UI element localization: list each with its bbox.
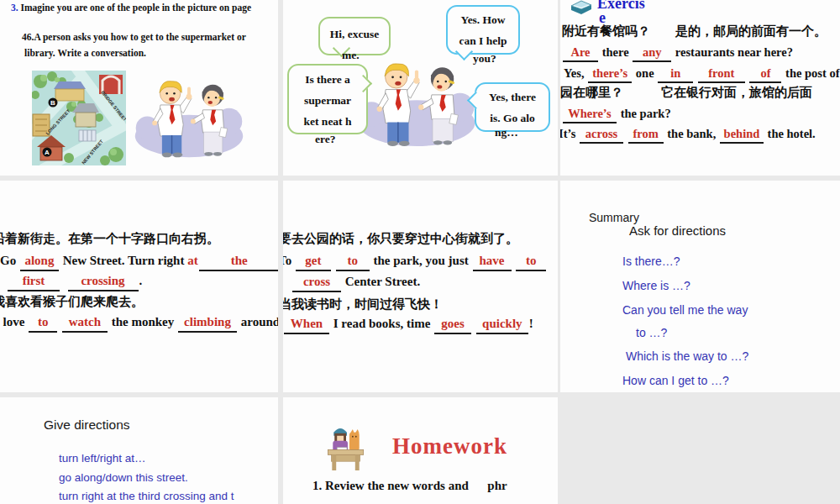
give-directions-item: turn left/right at… — [59, 452, 146, 466]
text-segment: get — [296, 253, 331, 271]
text-segment: . — [139, 274, 143, 287]
bubble-overflow-text: ng… — [495, 126, 518, 139]
text-segment: one — [633, 66, 657, 80]
give-directions-heading: Give directions — [44, 417, 130, 433]
text-segment — [332, 254, 335, 267]
text-segment: Imagine you are one of the people in the… — [21, 3, 252, 13]
summary-item: Which is the way to …? — [626, 349, 748, 365]
text-segment: across — [580, 126, 623, 144]
text-segment: from — [628, 126, 664, 144]
fill-mid-line-5: When I read books, time goes quickly! — [283, 316, 533, 334]
task-line-3: library. Write a conversation. — [24, 47, 146, 59]
slide-thumbnail-fill-left[interactable]: 沿着新街走。在第一个十字路口向右拐。 Go along New Street. … — [0, 181, 278, 392]
slide-thumbnail-dialog[interactable]: Hi, excuse me. Is there a supermar ket n… — [283, 0, 558, 176]
text-segment: climbing — [178, 314, 237, 333]
text-segment: To — [283, 254, 295, 267]
summary-subheading: Ask for directions — [629, 223, 726, 239]
text-segment: the monkey — [108, 315, 177, 328]
text-segment: It’s — [560, 127, 579, 140]
slide-thumbnail-exercise[interactable]: Exercis e 附近有餐馆吗？ 是的，邮局的前面有一个。 Are there… — [560, 0, 840, 176]
text-segment: the post of — [782, 66, 839, 80]
slide-thumbnail-give-directions[interactable]: Give directions turn left/right at… go a… — [0, 397, 278, 504]
task-line-1: 3. Imagine you are one of the people in … — [11, 2, 251, 13]
give-directions-item: go along/down this street. — [59, 471, 188, 486]
task-line-2: 46.A person asks you how to get to the s… — [22, 31, 246, 43]
book-icon — [570, 0, 593, 18]
talking-kids-image — [128, 72, 250, 166]
studying-girl-image — [327, 425, 365, 471]
text-segment: the hotel. — [764, 127, 816, 140]
map-marker-b: B — [50, 99, 55, 107]
fill-mid-line-3: cross Center Street. — [291, 274, 420, 292]
map-marker-a: A — [45, 149, 50, 156]
text-segment: behind — [720, 126, 764, 144]
text-segment: at — [187, 254, 198, 267]
text-segment: 3. — [11, 3, 21, 13]
text-segment: Yes, — [564, 66, 587, 80]
text-segment: When — [284, 316, 329, 334]
text-segment — [624, 127, 627, 140]
text-segment: the — [199, 253, 278, 271]
exercise-fill-line-3: Where’s the park? — [562, 106, 671, 123]
fill-left-zh-2: 我喜欢看猴子们爬来爬去。 — [0, 294, 144, 310]
bubble-line: Yes, there — [476, 87, 549, 108]
exercise-zh-line-1: 附近有餐馆吗？ 是的，邮局的前面有一个。 — [562, 24, 827, 39]
fill-left-zh-1: 沿着新街走。在第一个十字路口向右拐。 — [0, 231, 219, 247]
summary-item: Can you tell me the way — [622, 303, 748, 318]
text-segment: I read books, time — [330, 317, 433, 330]
talking-kids-image — [350, 42, 483, 168]
text-segment: the bank, — [664, 127, 719, 140]
text-segment: there’s — [588, 66, 632, 83]
text-segment: the park, you just — [370, 254, 472, 267]
text-segment: Center Street. — [342, 275, 420, 288]
text-segment: around — [238, 315, 278, 328]
homework-title: Homework — [392, 433, 507, 459]
bubble-overflow-text: you? — [473, 52, 496, 66]
slide-thumbnail-homework[interactable]: Homework 1. Review the new words and phr… — [283, 397, 558, 504]
text-segment — [472, 317, 475, 330]
text-segment: quickly — [476, 316, 528, 334]
text-segment: I love — [0, 315, 28, 328]
fill-mid-zh-2: 当我读书时，时间过得飞快！ — [283, 297, 443, 312]
slide-thumbnail-fill-mid[interactable]: 要去公园的话，你只要穿过中心街就到了。 To get to the park, … — [283, 181, 558, 392]
text-segment: crossing — [68, 273, 139, 291]
speech-bubble-3: Yes. How can I help — [446, 5, 520, 55]
text-segment — [746, 66, 749, 80]
bubble-line: supermar — [289, 90, 366, 111]
text-segment: have — [473, 253, 512, 271]
exercise-fill-line-1: Are there any restaurants near here? — [562, 45, 793, 62]
speech-bubble-4: Yes, there is. Go alo — [475, 82, 550, 132]
fill-left-line-3: first crossing. — [7, 273, 142, 291]
exercise-fill-line-4: It’s across from the bank, behind the ho… — [560, 126, 816, 144]
slide-thumbnail-summary[interactable]: Summary Ask for directions Is there…? Wh… — [560, 181, 840, 392]
bubble-line: Yes. How — [448, 9, 518, 30]
text-segment — [58, 315, 61, 328]
bubble-line: Hi, excuse — [320, 24, 389, 45]
bubble-line: Is there a — [289, 69, 366, 90]
bubble-line: ket neat h — [289, 111, 366, 132]
text-segment: any — [633, 45, 671, 62]
text-segment: along — [20, 253, 59, 271]
text-segment: Where’s — [563, 106, 617, 123]
text-segment: Are — [563, 45, 598, 62]
street-map-image: LONG STREET BRIDGE STREET NEW STREET B A — [32, 71, 126, 165]
summary-item: Is there…? — [622, 255, 680, 270]
fill-mid-zh-1: 要去公园的话，你只要穿过中心街就到了。 — [283, 231, 518, 247]
text-segment: ! — [529, 317, 533, 330]
fill-mid-line-2: To get to the park, you just have to — [283, 253, 547, 271]
give-directions-item: turn right at the third crossing and t — [59, 490, 234, 504]
slide-thumbnail-task[interactable]: 3. Imagine you are one of the people in … — [0, 0, 278, 176]
summary-item: to …? — [636, 326, 667, 341]
text-segment — [60, 274, 67, 287]
summary-item: How can I get to …? — [622, 374, 729, 389]
text-segment: watch — [62, 314, 108, 333]
text-segment: front — [698, 66, 745, 83]
exercise-zh-line-2: 园在哪里？ 它在银行对面，旅馆的后面 — [560, 85, 812, 101]
slide-grid-viewer: { "colors": { "background_gutter": "#e9e… — [0, 0, 840, 504]
text-segment — [694, 66, 697, 80]
bubble-overflow-text: ere? — [315, 133, 335, 146]
text-segment: New Street. Turn right — [60, 254, 187, 267]
text-segment: in — [658, 66, 693, 83]
text-segment: cross — [292, 274, 341, 292]
text-segment: goes — [434, 316, 471, 334]
